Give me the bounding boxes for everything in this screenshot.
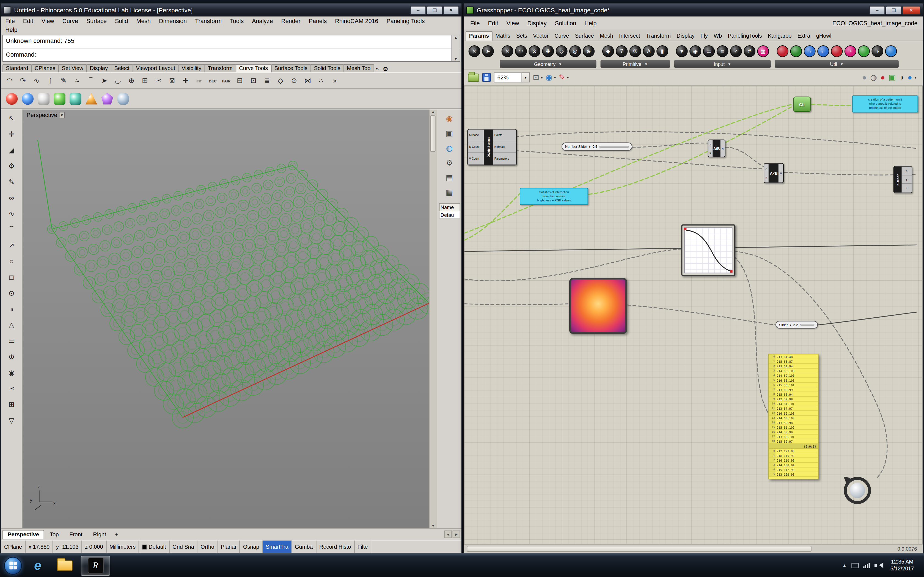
scroll-up-icon[interactable]: ▲	[454, 36, 457, 40]
pdecon-output-x[interactable]: X	[902, 166, 912, 175]
dropdown-icon[interactable]: ▾	[554, 75, 556, 79]
rhino-menu-panels[interactable]: Panels	[305, 16, 331, 25]
input-a[interactable]: A	[709, 143, 711, 146]
group-dropdown-icon[interactable]: ▼	[559, 62, 562, 66]
compass-ball-icon[interactable]	[850, 483, 865, 498]
dropdown-icon[interactable]: ▾	[567, 75, 569, 79]
curve-tool-icon[interactable]: ⊠	[166, 74, 178, 87]
close-button[interactable]: ✕	[443, 5, 459, 14]
viewport-vscrollbar[interactable]: ▲ ▼	[429, 110, 437, 529]
rhino-menu-mesh[interactable]: Mesh	[132, 16, 155, 25]
ds-output-normals[interactable]: Normals	[493, 141, 517, 153]
maximize-button[interactable]: ❑	[886, 5, 902, 14]
divide-surface-component[interactable]: Surface U Count V Count Divide Surface P…	[467, 129, 517, 165]
ribbon-component-icon[interactable]: ▼	[676, 45, 688, 57]
minimize-button[interactable]: –	[410, 5, 426, 14]
side-tool-icon[interactable]: △	[5, 318, 18, 332]
open-file-icon[interactable]	[468, 73, 479, 82]
taskbar-internet-explorer[interactable]: e	[26, 556, 48, 575]
rhino-menu-transform[interactable]: Transform	[191, 16, 226, 25]
ribbon-component-icon[interactable]: ⊕	[583, 45, 594, 57]
ctr-component[interactable]: Ctr	[793, 97, 811, 112]
pdecon-component[interactable]: pDecon X Y Z	[893, 166, 913, 193]
solid-tool-icon[interactable]	[86, 93, 97, 105]
status-osnap[interactable]: Osnap	[240, 540, 263, 553]
ribbon-component-icon[interactable]: ▭	[703, 45, 715, 57]
input-b[interactable]: B	[709, 151, 711, 154]
curve-tool-icon[interactable]: ⌒	[84, 74, 97, 87]
viewport-hscroll-arrows[interactable]: ◄►	[444, 530, 462, 538]
command-scrollbar[interactable]: ▲ ▼	[451, 35, 460, 61]
ribbon-group-label[interactable]: Geometry▼	[500, 60, 596, 68]
ribbon-component-icon[interactable]: ◑	[871, 45, 883, 57]
scroll-down-icon[interactable]: ▼	[431, 524, 435, 527]
graph-handle[interactable]	[684, 228, 687, 230]
data-panel[interactable]: 0213,64,481215,56,872213,61,943214,63,10…	[768, 354, 818, 479]
note-panel-pattern[interactable]: creation of a pattern on it where area i…	[852, 95, 918, 112]
side-tool-icon[interactable]: ◢	[5, 143, 18, 157]
solid-tool-icon[interactable]	[38, 93, 50, 105]
panel-tab-icon[interactable]: ▣	[444, 128, 455, 139]
ribbon-group-label[interactable]: Util▼	[775, 60, 899, 68]
status-cplane[interactable]: CPlane	[1, 540, 26, 553]
perspective-viewport[interactable]: Perspective ▾ z x y	[22, 110, 429, 529]
status-grid-sna[interactable]: Grid Sna	[170, 540, 197, 553]
canvas-compass-widget[interactable]	[844, 477, 871, 504]
curve-tool-icon[interactable]: ≈	[71, 74, 84, 87]
network-tray-icon[interactable]	[863, 563, 870, 568]
curve-tool-icon[interactable]: FAIR	[220, 74, 233, 87]
solid-tool-icon[interactable]	[53, 93, 65, 105]
panel-tab-icon[interactable]: ◉	[444, 113, 455, 124]
rhino-menu-tools[interactable]: Tools	[226, 16, 248, 25]
rhino-tab-cplanes[interactable]: CPlanes	[31, 64, 59, 73]
display-tool-icon[interactable]: ◍	[870, 73, 877, 82]
curve-tool-icon[interactable]: ✎	[57, 74, 70, 87]
gh-tab-surface[interactable]: Surface	[572, 32, 597, 41]
side-tool-icon[interactable]: ∞	[5, 191, 18, 205]
output-r[interactable]: R	[780, 172, 782, 175]
ribbon-component-icon[interactable]: ←	[817, 45, 829, 57]
solid-tool-icon[interactable]	[69, 93, 81, 105]
rhino-menu-render[interactable]: Render	[277, 16, 304, 25]
rhino-menu-surface[interactable]: Surface	[82, 16, 111, 25]
panel-tab-icon[interactable]: ⚙	[444, 157, 455, 168]
rhino-menu-curve[interactable]: Curve	[58, 16, 82, 25]
curve-tool-icon[interactable]: FIT	[193, 74, 206, 87]
side-tool-icon[interactable]: ◉	[5, 366, 18, 380]
input-b[interactable]: B	[766, 176, 767, 179]
taskbar-file-explorer[interactable]	[53, 556, 76, 575]
start-button[interactable]	[4, 557, 22, 574]
panel-tab-icon[interactable]: ◍	[444, 143, 455, 153]
ds-output-parameters[interactable]: Parameters	[493, 153, 517, 165]
gh-tab-fly[interactable]: Fly	[698, 32, 711, 41]
curve-tool-icon[interactable]: ∿	[30, 74, 43, 87]
side-tool-icon[interactable]: ↗	[5, 239, 18, 253]
gh-tab-maths[interactable]: Maths	[493, 32, 514, 41]
layer-default-row[interactable]: Defau	[439, 211, 460, 219]
tray-expand-icon[interactable]: ▲	[842, 563, 847, 568]
display-tool-icon[interactable]: ▣	[888, 73, 896, 82]
close-button[interactable]: ✕	[902, 5, 921, 14]
graph-handle[interactable]	[730, 270, 733, 273]
solid-tool-icon[interactable]	[6, 93, 18, 105]
toolbar-tabs-overflow[interactable]: »	[373, 65, 381, 73]
graph-mapper-component[interactable]	[681, 224, 735, 276]
gh-menu-file[interactable]: File	[466, 19, 484, 27]
gh-canvas[interactable]: Surface U Count V Count Divide Surface P…	[464, 86, 922, 544]
gh-tab-transform[interactable]: Transform	[643, 32, 674, 41]
side-tool-icon[interactable]: ▽	[5, 413, 18, 427]
rhino-menu-analyze[interactable]: Analyze	[248, 16, 277, 25]
rhino-menu-solid[interactable]: Solid	[111, 16, 132, 25]
output-r[interactable]: R	[722, 147, 724, 150]
display-tray-icon[interactable]	[851, 563, 859, 568]
rhino-menu-dimension[interactable]: Dimension	[155, 16, 191, 25]
side-tool-icon[interactable]: □	[5, 270, 18, 284]
curve-tool-icon[interactable]: ʃ	[44, 74, 57, 87]
group-dropdown-icon[interactable]: ▼	[645, 62, 648, 66]
rhino-menu-help[interactable]: Help	[1, 25, 21, 34]
curve-tool-icon[interactable]: ⊡	[247, 74, 260, 87]
ribbon-component-icon[interactable]	[777, 45, 788, 57]
status-planar[interactable]: Planar	[218, 540, 240, 553]
gh-tab-vector[interactable]: Vector	[530, 32, 552, 41]
canvas-hscrollbar[interactable]: 0.9.0076	[464, 544, 922, 553]
